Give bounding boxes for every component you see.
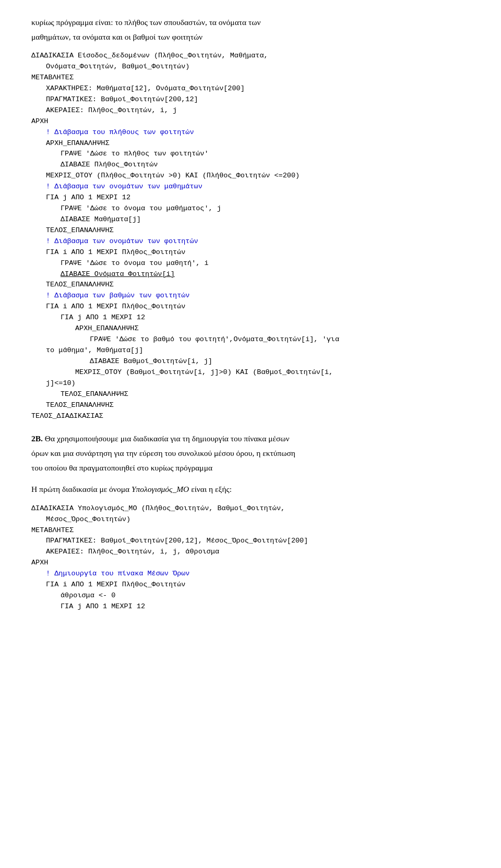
gia-i-apo3: ΓΙΑ i ΑΠΟ 1 ΜΕΧΡΙ Πλήθος_Φοιτητών [46,580,470,590]
code-block-1: ΔΙΑΔΙΚΑΣΙΑ Είσοδος_δεδομένων (Πλήθος_Φοι… [31,51,470,421]
diavase4: ΔΙΑΒΑΣΕ Βαθμοί_Φοιτητών[i, j] [90,356,470,367]
comment4: ! Διάβασμα των βαθμών των φοιτητών [46,291,470,302]
section-2b-line3: του οποίου θα πραγματοποιηθεί στο κυρίως… [31,461,470,475]
section-2b: 2Β. Θα χρησιμοποιήσουμε μια διαδικασία γ… [31,432,470,496]
mexris-otou2b: j]<=10) [46,378,470,389]
comment2: ! Διάβασμα των ονομάτων των μαθημάτων [46,182,470,192]
paragraph1: Θα χρησιμοποιήσουμε μια διαδικασία για τ… [45,434,290,443]
gia-j-apo: ΓΙΑ j ΑΠΟ 1 ΜΕΧΡΙ 12 [46,192,470,203]
paragraph2-line: Η πρώτη διαδικασία με όνομα Υπολογισμός_… [31,483,470,496]
arxh-label: ΑΡΧΗ [31,116,470,127]
section-2b-line1: 2Β. Θα χρησιμοποιήσουμε μια διαδικασία γ… [31,432,470,445]
grapse1: ΓΡΑΨΕ 'Δώσε το πλήθος των φοιτητών' [61,149,470,160]
diavase1: ΔΙΑΒΑΣΕ Πλήθος_Φοιτητών [61,160,470,171]
metavlhtes-label: ΜΕΤΑΒΛΗΤΕΣ [31,73,470,83]
mexris-otou1: ΜΕΧΡΙΣ_ΟΤΟΥ (Πλήθος_Φοιτητών >0) ΚΑΙ (Πλ… [46,171,470,182]
telos-diadikasias: ΤΕΛΟΣ_ΔΙΑΔΙΚΑΣΙΑΣ [31,411,470,422]
intro-line-1: κυρίως πρόγραμμα είναι: το πλήθος των σπ… [31,16,470,29]
telos-epanalepsis4: ΤΕΛΟΣ_ΕΠΑΝΑΛΗΨΗΣ [46,400,470,411]
pragmatikes2-line: ΠΡΑΓΜΑΤΙΚΕΣ: Βαθμοί_Φοιτητών[200,12], Μέ… [46,536,470,547]
diadikasia-header2: Ονόματα_Φοιτητών, Βαθμοί_Φοιτητών) [46,62,470,73]
akereies-line: ΑΚΕΡΑΙΕΣ: Πλήθος_Φοιτητών, i, j [46,105,470,116]
grapse4: ΓΡΑΨΕ 'Δώσε το βαθμό του φοιτητή',Ονόματ… [90,334,470,345]
xarakthres-line: ΧΑΡΑΚΤΗΡΕΣ: Μαθήματα[12], Ονόματα_Φοιτητ… [46,83,470,94]
telos-epanalepsis1: ΤΕΛΟΣ_ΕΠΑΝΑΛΗΨΗΣ [46,225,470,236]
telos-epanalepsis3: ΤΕΛΟΣ_ΕΠΑΝΑΛΗΨΗΣ [61,389,470,400]
grapse3: ΓΡΑΨΕ 'Δώσε το όνομα του μαθητή', i [61,258,470,269]
intro-line-2: μαθημάτων, τα ονόματα και οι βαθμοί των … [31,30,470,44]
code-block-2: ΔΙΑΔΙΚΑΣΙΑ Υπολογισμός_ΜΟ (Πλήθος_Φοιτητ… [31,503,470,612]
gia-i-apo2: ΓΙΑ i ΑΠΟ 1 ΜΕΧΡΙ Πλήθος_Φοιτητών [46,302,470,312]
gia-j-apo3: ΓΙΑ j ΑΠΟ 1 ΜΕΧΡΙ 12 [61,601,470,612]
italic-name: Υπολογισμός_ΜΟ [132,485,189,493]
diavase2: ΔΙΑΒΑΣΕ Μαθήματα[j] [61,214,470,225]
mexris-otou2: ΜΕΧΡΙΣ_ΟΤΟΥ (Βαθμοί_Φοιτητών[i, j]>0) ΚΑ… [75,367,470,378]
comment3: ! Διάβασμα των ονομάτων των φοιτητών [46,236,470,247]
akereies2-line: ΑΚΕΡΑΙΕΣ: Πλήθος_Φοιτητών, i, j, άθροισμ… [46,547,470,558]
page-content: κυρίως πρόγραμμα είναι: το πλήθος των σπ… [31,16,470,612]
gia-j-apo2: ΓΙΑ j ΑΠΟ 1 ΜΕΧΡΙ 12 [61,312,470,323]
grapse2: ΓΡΑΨΕ 'Δώσε το όνομα του μαθήματος', j [61,203,470,214]
diadikasia2-header: ΔΙΑΔΙΚΑΣΙΑ Υπολογισμός_ΜΟ (Πλήθος_Φοιτητ… [31,503,470,514]
section-2b-label: 2Β. [31,434,43,443]
telos-epanalepsis2: ΤΕΛΟΣ_ΕΠΑΝΑΛΗΨΗΣ [46,280,470,291]
gia-i-apo1: ΓΙΑ i ΑΠΟ 1 ΜΕΧΡΙ Πλήθος_Φοιτητών [46,247,470,258]
arxh-epanalepsis: ΑΡΧΗ_ΕΠΑΝΑΛΗΨΗΣ [46,138,470,149]
grapse4b: το μάθημα', Μαθήματα[j] [46,345,470,356]
pragmatikes-line: ΠΡΑΓΜΑΤΙΚΕΣ: Βαθμοί_Φοιτητών[200,12] [46,94,470,105]
diavase3: ΔΙΑΒΑΣΕ Ονόματα_Φοιτητών[i] [61,269,470,280]
arxh2-label: ΑΡΧΗ [31,558,470,569]
comment1: ! Διάβασμα του πλήθους των φοιτητών [46,127,470,138]
diadikasia-header: ΔΙΑΔΙΚΑΣΙΑ Είσοδος_δεδομένων (Πλήθος_Φοι… [31,51,470,62]
athroisma-assign: άθροισμα <- 0 [61,590,470,601]
section-2b-line2: όρων και μια συνάρτηση για την εύρεση το… [31,447,470,460]
comment5: ! Δημιουργία του πίνακα Μέσων Όρων [46,569,470,580]
diadikasia2-header2: Μέσος_Όρος_Φοιτητών) [46,514,470,525]
arxh-epanalepsis2: ΑΡΧΗ_ΕΠΑΝΑΛΗΨΗΣ [75,323,470,334]
metavlhtes2-label: ΜΕΤΑΒΛΗΤΕΣ [31,525,470,536]
